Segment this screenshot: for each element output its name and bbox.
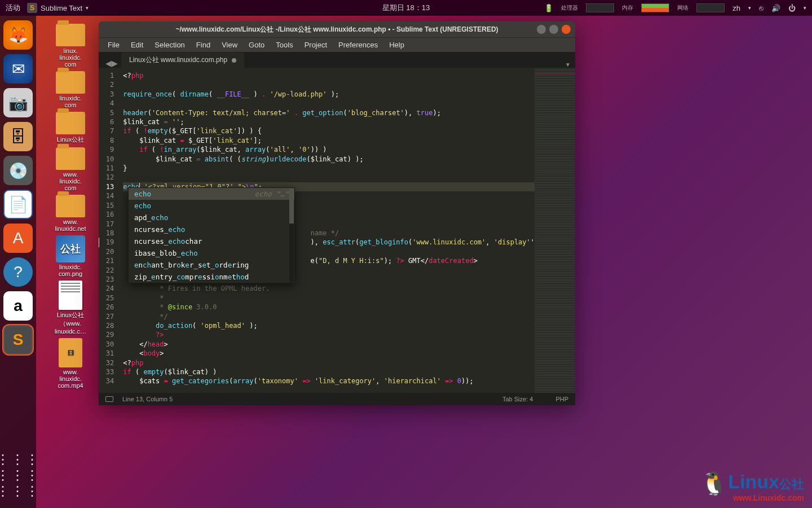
gutter: 1234567891011121314151617181920212223242… [99,68,118,393]
desktop-icon[interactable]: www. linuxidc. com [45,147,96,191]
dock-amazon[interactable]: a [3,291,33,321]
dock-files[interactable]: 🗄 [3,122,33,151]
dock-software[interactable]: A [3,224,33,253]
folder-icon [56,147,85,170]
dock-sublime[interactable]: S [3,325,33,354]
video-icon: 🎞 [59,338,82,367]
menu-file[interactable]: File [103,40,124,50]
autocomplete-item[interactable]: apd_echo [129,212,294,224]
menu-goto[interactable]: Goto [244,40,269,50]
power-icon[interactable]: ⏻ [788,4,796,12]
battery-icon[interactable]: 🔋 [544,4,553,12]
menu-project[interactable]: Project [300,40,332,50]
app-menu[interactable]: S Sublime Text ▾ [27,3,89,13]
desktop-icon[interactable]: 公社linuxidc. com.png [45,235,96,277]
desktop-icon[interactable]: Linux公社 （www. linuxidc.c… [45,281,96,335]
mem-graph [641,3,669,12]
autocomplete-item[interactable]: echoecho "…" [129,188,294,200]
tab-history-back[interactable]: ◀ [105,59,112,68]
desktop-icon[interactable]: linuxidc. com [45,71,96,108]
maximize-button[interactable] [549,25,558,34]
menu-selection[interactable]: Selection [150,40,189,50]
tabbar: ◀ ▶ Linux公社 www.linuxidc.com.php ▼ [99,52,575,68]
menu-preferences[interactable]: Preferences [334,40,382,50]
menu-edit[interactable]: Edit [126,40,148,50]
folder-icon [56,24,85,46]
menu-tools[interactable]: Tools [271,40,297,50]
autocomplete-item[interactable]: enchant_broker_set_ordering [129,259,294,271]
desktop-icon[interactable]: linux. linuxidc. com [45,24,96,68]
watermark: 🐧Linux公社 www.Linuxidc.com [700,470,804,502]
panel-switcher-icon[interactable] [105,396,113,402]
dock-disk[interactable]: 💿 [3,156,33,185]
tab-dropdown-icon[interactable]: ▼ [565,62,571,68]
autocomplete-item[interactable]: ibase_blob_echo [129,247,294,259]
cpu-graph [586,3,614,12]
desktop-icon[interactable]: 🎞www. linuxidc. com.mp4 [45,338,96,389]
status-tabsize[interactable]: Tab Size: 4 [502,396,533,402]
tab-history-forward[interactable]: ▶ [112,59,118,68]
minimize-button[interactable] [537,25,546,34]
clock[interactable]: 星期日 18：13 [382,3,430,13]
desktop-icons: linux. linuxidc. comlinuxidc. comLinux公社… [45,24,96,389]
dock-cheese[interactable]: 📷 [3,88,33,117]
top-panel: 活动 S Sublime Text ▾ 星期日 18：13 🔋 处理器 内存 网… [0,0,812,16]
dock-thunderbird[interactable]: ✉ [3,54,33,84]
sublime-icon: S [27,3,37,13]
autocomplete-item[interactable]: echo [129,200,294,212]
show-applications[interactable]: ⋮⋮⋮⋮⋮⋮⋮⋮⋮ [0,452,40,499]
network-icon[interactable]: ⎋ [759,4,764,12]
statusbar: Line 13, Column 5 Tab Size: 4 PHP [99,393,575,405]
dirty-indicator-icon [232,58,236,63]
close-button[interactable] [562,25,571,34]
sublime-window: ~/www.linuxidc.com/Linux公社 -/Linux公社 www… [99,21,575,405]
dock-writer[interactable]: 📄 [3,190,33,219]
menu-find[interactable]: Find [192,40,215,50]
dock: 🦊 ✉ 📷 🗄 💿 📄 A ? a S ⋮⋮⋮⋮⋮⋮⋮⋮⋮ [0,16,36,508]
file-tab[interactable]: Linux公社 www.linuxidc.com.php [121,52,244,68]
folder-icon [56,112,85,134]
net-graph [696,3,725,12]
menubar: FileEditSelectionFindViewGotoToolsProjec… [99,37,575,52]
activities-button[interactable]: 活动 [6,3,20,13]
window-title: ~/www.linuxidc.com/Linux公社 -/Linux公社 www… [175,25,498,34]
minimap[interactable] [535,68,575,393]
autocomplete-item[interactable]: zip_entry_compressionmethod [129,271,294,283]
desktop-icon[interactable]: www. linuxidc.net [45,195,96,232]
folder-icon [56,71,85,94]
autocomplete-item[interactable]: ncurses_echochar [129,235,294,247]
chevron-down-icon: ▾ [86,5,89,11]
status-position: Line 13, Column 5 [122,396,173,402]
dock-help[interactable]: ? [3,257,33,287]
doc-icon [59,281,82,310]
autocomplete-item[interactable]: ncurses_echo [129,224,294,235]
image-icon: 公社 [56,235,85,262]
autocomplete-popup: echoecho "…"echoapd_echoncurses_echoncur… [128,187,295,283]
dock-firefox[interactable]: 🦊 [3,20,33,50]
status-syntax[interactable]: PHP [555,396,568,402]
titlebar[interactable]: ~/www.linuxidc.com/Linux公社 -/Linux公社 www… [99,21,575,37]
ime-indicator[interactable]: zh [732,4,740,12]
folder-icon [56,195,85,217]
desktop-icon[interactable]: Linux公社 [45,112,96,144]
volume-icon[interactable]: 🔊 [771,4,780,12]
editor[interactable]: 1234567891011121314151617181920212223242… [99,68,575,393]
penguin-icon: 🐧 [700,471,728,496]
menu-help[interactable]: Help [385,40,409,50]
menu-view[interactable]: View [217,40,242,50]
